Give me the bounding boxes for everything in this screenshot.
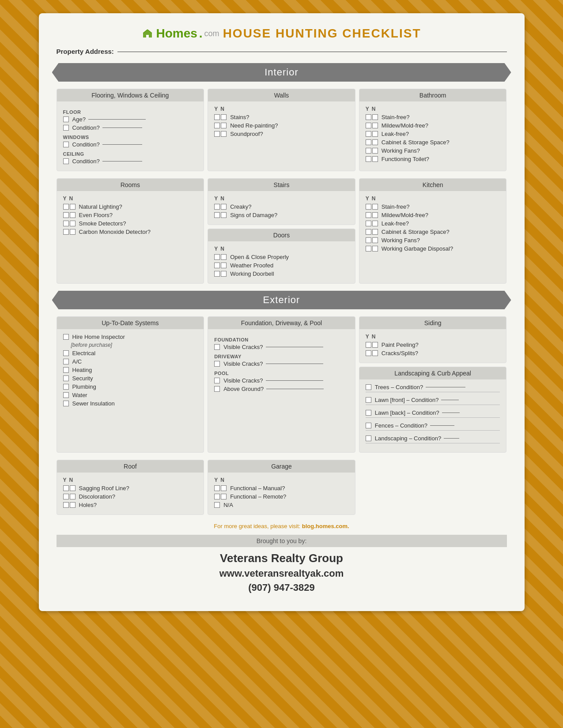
roof-discolor-y[interactable] (63, 494, 69, 499)
kitchen-fans-y[interactable] (366, 237, 371, 243)
doors-weather-n[interactable] (221, 263, 227, 268)
win-cond-cb[interactable] (63, 142, 69, 147)
lawn-front-cb[interactable] (366, 397, 371, 403)
bath-mildew-n[interactable] (372, 123, 378, 128)
doors-bell-y[interactable] (214, 271, 220, 277)
fences-cb[interactable] (366, 423, 371, 428)
garage-na-text: N/A (223, 502, 233, 508)
trees-cb[interactable] (366, 384, 371, 390)
walls-header: Walls (208, 89, 355, 101)
bath-leak-n[interactable] (372, 131, 378, 137)
siding-landscape-col: Siding Y N Paint Peeling? Cracks/Splits? (359, 316, 507, 453)
kitchen-fans-n[interactable] (372, 237, 378, 243)
rooms-light-y[interactable] (63, 204, 69, 210)
sys-heating-cb[interactable] (63, 367, 69, 373)
sys-sewer-cb[interactable] (63, 401, 69, 406)
kitchen-cabinet-y[interactable] (366, 229, 371, 235)
bath-stain-y[interactable] (366, 114, 371, 120)
flooring-header: Flooring, Windows & Ceiling (57, 89, 204, 101)
walls-stains-n[interactable] (221, 114, 227, 120)
floor-cond-cb[interactable] (63, 125, 69, 131)
siding-splits-n[interactable] (372, 350, 378, 356)
kitchen-disposal-n[interactable] (372, 246, 378, 251)
rooms-smoke-n[interactable] (70, 221, 76, 226)
doors-open-n[interactable] (221, 254, 227, 260)
roof-holes-n[interactable] (70, 502, 76, 508)
roof-discolor-pair (63, 494, 76, 499)
rooms-co-y[interactable] (63, 229, 69, 235)
stairs-creaky-n[interactable] (221, 204, 227, 210)
rooms-floors-n[interactable] (70, 212, 76, 218)
sys-plumbing-cb[interactable] (63, 384, 69, 390)
roof-discolor-n[interactable] (70, 494, 76, 499)
bath-cabinet-y[interactable] (366, 139, 371, 145)
doors-weather-y[interactable] (214, 263, 220, 268)
ceil-cond-cb[interactable] (63, 158, 69, 164)
bath-fans-y[interactable] (366, 148, 371, 154)
kitchen-mildew-n[interactable] (372, 212, 378, 218)
footer-link-url[interactable]: blog.homes.com. (302, 523, 349, 529)
kitchen-leak-y[interactable] (366, 221, 371, 226)
roof-holes-y[interactable] (63, 502, 69, 508)
stairs-card: Stairs Y N Creaky? Signs of Damage? (208, 178, 355, 225)
bath-toilet-n[interactable] (372, 156, 378, 162)
bath-mildew-y[interactable] (366, 123, 371, 128)
pool-ground-cb[interactable] (214, 386, 220, 392)
kitchen-stain-y[interactable] (366, 204, 371, 210)
kitchen-disposal-y[interactable] (366, 246, 371, 251)
doors-open-y[interactable] (214, 254, 220, 260)
stairs-damage-y[interactable] (214, 212, 220, 218)
hire-cb[interactable] (63, 334, 69, 340)
rooms-floors-y[interactable] (63, 212, 69, 218)
landscape-cb[interactable] (366, 435, 371, 441)
foundation-cracks-cb[interactable] (214, 344, 220, 350)
company-website[interactable]: www.veteransrealtyak.com (57, 568, 507, 579)
sys-water-cb[interactable] (63, 392, 69, 398)
bath-toilet-y[interactable] (366, 156, 371, 162)
walls-stains-y[interactable] (214, 114, 220, 120)
bath-stain-n[interactable] (372, 114, 378, 120)
driveway-cracks-cb[interactable] (214, 361, 220, 367)
sys-ac-cb[interactable] (63, 359, 69, 364)
kitchen-mildew-y[interactable] (366, 212, 371, 218)
kitchen-leak-n[interactable] (372, 221, 378, 226)
walls-repaint-n[interactable] (221, 123, 227, 128)
siding-peeling-n[interactable] (372, 342, 378, 348)
floor-cond-text: Condition? (72, 124, 100, 131)
garage-na-cb[interactable] (214, 502, 220, 508)
bath-leak-y[interactable] (366, 131, 371, 137)
bath-toilet-row: Functioning Toilet? (366, 156, 500, 162)
doors-bell-n[interactable] (221, 271, 227, 277)
stairs-damage-n[interactable] (221, 212, 227, 218)
garage-manual-n[interactable] (221, 485, 227, 491)
roof-sag-n[interactable] (70, 485, 76, 491)
walls-soundproof-n[interactable] (221, 131, 227, 137)
pool-cracks-cb[interactable] (214, 378, 220, 383)
siding-splits-y[interactable] (366, 350, 371, 356)
bath-fans-n[interactable] (372, 148, 378, 154)
trees-item: Trees – Condition? (366, 384, 500, 392)
kitchen-disposal-text: Working Garbage Disposal? (382, 245, 453, 252)
kitchen-body: Y N Stain-free? Mildew/Mold-free? Leak-f… (359, 191, 506, 258)
rooms-light-n[interactable] (70, 204, 76, 210)
rooms-smoke-text: Smoke Detectors? (79, 220, 126, 227)
company-name: Veterans Realty Group (57, 552, 507, 565)
stairs-creaky-y[interactable] (214, 204, 220, 210)
rooms-smoke-y[interactable] (63, 221, 69, 226)
kitchen-stain-n[interactable] (372, 204, 378, 210)
footer-link-text: For more great ideas, please visit: (214, 523, 300, 529)
lawn-back-cb[interactable] (366, 410, 371, 416)
walls-soundproof-y[interactable] (214, 131, 220, 137)
garage-manual-y[interactable] (214, 485, 220, 491)
walls-repaint-y[interactable] (214, 123, 220, 128)
roof-sag-y[interactable] (63, 485, 69, 491)
garage-remote-n[interactable] (221, 494, 227, 499)
sys-security-cb[interactable] (63, 375, 69, 381)
rooms-co-n[interactable] (70, 229, 76, 235)
garage-remote-y[interactable] (214, 494, 220, 499)
floor-age-cb[interactable] (63, 116, 69, 122)
siding-peeling-y[interactable] (366, 342, 371, 348)
bath-cabinet-n[interactable] (372, 139, 378, 145)
kitchen-cabinet-n[interactable] (372, 229, 378, 235)
sys-electrical-cb[interactable] (63, 350, 69, 356)
